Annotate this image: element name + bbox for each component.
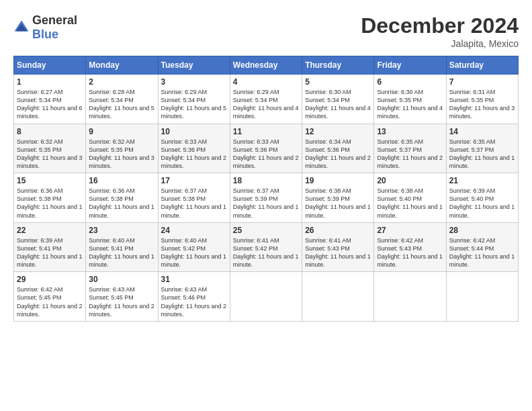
calendar-cell: 30 Sunrise: 6:43 AM Sunset: 5:45 PM Dayl… (86, 272, 158, 322)
day-header-sunday: Sunday (14, 56, 86, 75)
calendar-week-4: 22 Sunrise: 6:39 AM Sunset: 5:41 PM Dayl… (14, 222, 519, 272)
logo-text: General Blue (32, 13, 77, 42)
calendar-cell (446, 272, 518, 322)
calendar-cell: 19 Sunrise: 6:38 AM Sunset: 5:39 PM Dayl… (302, 173, 374, 223)
calendar-cell: 1 Sunrise: 6:27 AM Sunset: 5:34 PM Dayli… (14, 75, 86, 124)
day-header-wednesday: Wednesday (230, 56, 302, 75)
day-info: Sunrise: 6:36 AM Sunset: 5:38 PM Dayligh… (89, 187, 154, 220)
page-header: General Blue December 2024 Jalapita, Mex… (13, 13, 519, 49)
day-number: 21 (449, 176, 515, 185)
calendar-cell: 31 Sunrise: 6:43 AM Sunset: 5:46 PM Dayl… (158, 272, 230, 322)
calendar-cell: 9 Sunrise: 6:32 AM Sunset: 5:35 PM Dayli… (86, 124, 158, 173)
day-number: 2 (89, 77, 154, 87)
day-header-thursday: Thursday (302, 56, 374, 75)
location: Jalapita, Mexico (361, 38, 519, 49)
calendar-cell: 11 Sunrise: 6:33 AM Sunset: 5:36 PM Dayl… (230, 124, 302, 173)
day-number: 5 (305, 77, 371, 87)
calendar-cell: 21 Sunrise: 6:39 AM Sunset: 5:40 PM Dayl… (446, 173, 518, 223)
day-info: Sunrise: 6:42 AM Sunset: 5:45 PM Dayligh… (17, 285, 83, 318)
day-number: 3 (161, 77, 227, 87)
day-info: Sunrise: 6:40 AM Sunset: 5:42 PM Dayligh… (161, 236, 227, 269)
day-info: Sunrise: 6:36 AM Sunset: 5:38 PM Dayligh… (17, 187, 83, 220)
day-number: 10 (161, 127, 227, 136)
title-block: December 2024 Jalapita, Mexico (361, 13, 519, 49)
day-number: 12 (305, 127, 371, 136)
day-info: Sunrise: 6:38 AM Sunset: 5:39 PM Dayligh… (305, 187, 371, 220)
day-number: 20 (377, 176, 443, 185)
day-info: Sunrise: 6:41 AM Sunset: 5:42 PM Dayligh… (233, 236, 299, 269)
day-info: Sunrise: 6:33 AM Sunset: 5:36 PM Dayligh… (233, 138, 299, 171)
calendar-table: SundayMondayTuesdayWednesdayThursdayFrid… (13, 56, 519, 322)
day-info: Sunrise: 6:32 AM Sunset: 5:35 PM Dayligh… (89, 138, 154, 171)
day-info: Sunrise: 6:39 AM Sunset: 5:40 PM Dayligh… (449, 187, 515, 220)
day-number: 27 (377, 226, 443, 235)
calendar-cell (302, 272, 374, 322)
day-info: Sunrise: 6:27 AM Sunset: 5:34 PM Dayligh… (17, 88, 83, 121)
day-info: Sunrise: 6:29 AM Sunset: 5:34 PM Dayligh… (161, 88, 227, 121)
day-info: Sunrise: 6:30 AM Sunset: 5:35 PM Dayligh… (377, 88, 443, 121)
day-number: 14 (449, 127, 515, 136)
logo: General Blue (13, 13, 77, 42)
day-number: 4 (233, 77, 299, 87)
calendar-cell: 22 Sunrise: 6:39 AM Sunset: 5:41 PM Dayl… (14, 222, 86, 272)
calendar-cell: 26 Sunrise: 6:41 AM Sunset: 5:43 PM Dayl… (302, 222, 374, 272)
day-header-saturday: Saturday (446, 56, 518, 75)
day-number: 29 (17, 275, 83, 284)
calendar-cell: 14 Sunrise: 6:35 AM Sunset: 5:37 PM Dayl… (446, 124, 518, 173)
day-number: 26 (305, 226, 371, 235)
day-number: 1 (17, 77, 83, 87)
day-number: 8 (17, 127, 83, 136)
day-info: Sunrise: 6:41 AM Sunset: 5:43 PM Dayligh… (305, 236, 371, 269)
day-number: 22 (17, 226, 83, 235)
calendar-cell: 7 Sunrise: 6:31 AM Sunset: 5:35 PM Dayli… (446, 75, 518, 124)
day-header-tuesday: Tuesday (158, 56, 230, 75)
day-header-monday: Monday (86, 56, 158, 75)
calendar-cell (230, 272, 302, 322)
calendar-cell: 10 Sunrise: 6:33 AM Sunset: 5:36 PM Dayl… (158, 124, 230, 173)
calendar-cell: 27 Sunrise: 6:42 AM Sunset: 5:43 PM Dayl… (374, 222, 446, 272)
day-info: Sunrise: 6:42 AM Sunset: 5:44 PM Dayligh… (449, 236, 515, 269)
day-info: Sunrise: 6:43 AM Sunset: 5:45 PM Dayligh… (89, 285, 154, 318)
calendar-cell: 15 Sunrise: 6:36 AM Sunset: 5:38 PM Dayl… (14, 173, 86, 223)
day-number: 30 (89, 275, 154, 284)
day-info: Sunrise: 6:32 AM Sunset: 5:35 PM Dayligh… (17, 138, 83, 171)
day-number: 11 (233, 127, 299, 136)
calendar-cell: 8 Sunrise: 6:32 AM Sunset: 5:35 PM Dayli… (14, 124, 86, 173)
calendar-cell: 29 Sunrise: 6:42 AM Sunset: 5:45 PM Dayl… (14, 272, 86, 322)
calendar-cell: 12 Sunrise: 6:34 AM Sunset: 5:36 PM Dayl… (302, 124, 374, 173)
day-info: Sunrise: 6:33 AM Sunset: 5:36 PM Dayligh… (161, 138, 227, 171)
day-header-friday: Friday (374, 56, 446, 75)
day-info: Sunrise: 6:39 AM Sunset: 5:41 PM Dayligh… (17, 236, 83, 269)
day-number: 17 (161, 176, 227, 185)
day-info: Sunrise: 6:30 AM Sunset: 5:34 PM Dayligh… (305, 88, 371, 121)
day-number: 13 (377, 127, 443, 136)
day-info: Sunrise: 6:31 AM Sunset: 5:35 PM Dayligh… (449, 88, 515, 121)
calendar-cell: 28 Sunrise: 6:42 AM Sunset: 5:44 PM Dayl… (446, 222, 518, 272)
calendar-week-3: 15 Sunrise: 6:36 AM Sunset: 5:38 PM Dayl… (14, 173, 519, 223)
day-number: 25 (233, 226, 299, 235)
day-info: Sunrise: 6:37 AM Sunset: 5:39 PM Dayligh… (233, 187, 299, 220)
calendar-week-1: 1 Sunrise: 6:27 AM Sunset: 5:34 PM Dayli… (14, 75, 519, 124)
day-number: 6 (377, 77, 443, 87)
calendar-cell: 6 Sunrise: 6:30 AM Sunset: 5:35 PM Dayli… (374, 75, 446, 124)
calendar-cell (374, 272, 446, 322)
day-number: 24 (161, 226, 227, 235)
day-number: 28 (449, 226, 515, 235)
day-info: Sunrise: 6:43 AM Sunset: 5:46 PM Dayligh… (161, 285, 227, 318)
calendar-cell: 3 Sunrise: 6:29 AM Sunset: 5:34 PM Dayli… (158, 75, 230, 124)
calendar-cell: 24 Sunrise: 6:40 AM Sunset: 5:42 PM Dayl… (158, 222, 230, 272)
day-info: Sunrise: 6:42 AM Sunset: 5:43 PM Dayligh… (377, 236, 443, 269)
day-info: Sunrise: 6:35 AM Sunset: 5:37 PM Dayligh… (377, 138, 443, 171)
calendar-header-row: SundayMondayTuesdayWednesdayThursdayFrid… (14, 56, 519, 75)
day-info: Sunrise: 6:40 AM Sunset: 5:41 PM Dayligh… (89, 236, 154, 269)
day-number: 16 (89, 176, 154, 185)
calendar-body: 1 Sunrise: 6:27 AM Sunset: 5:34 PM Dayli… (14, 75, 519, 322)
calendar-cell: 20 Sunrise: 6:38 AM Sunset: 5:40 PM Dayl… (374, 173, 446, 223)
calendar-cell: 17 Sunrise: 6:37 AM Sunset: 5:38 PM Dayl… (158, 173, 230, 223)
day-number: 18 (233, 176, 299, 185)
month-title: December 2024 (361, 13, 519, 38)
day-number: 15 (17, 176, 83, 185)
day-number: 9 (89, 127, 154, 136)
day-info: Sunrise: 6:38 AM Sunset: 5:40 PM Dayligh… (377, 187, 443, 220)
day-info: Sunrise: 6:34 AM Sunset: 5:36 PM Dayligh… (305, 138, 371, 171)
